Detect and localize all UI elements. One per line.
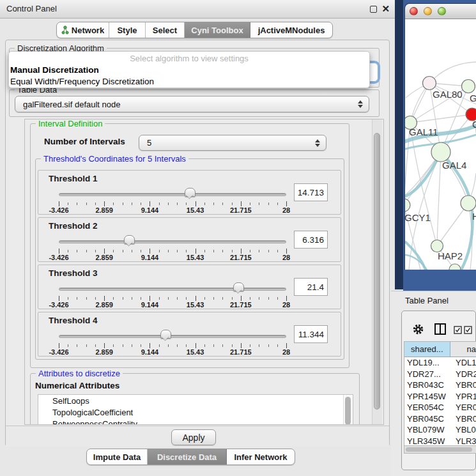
close-traffic-light-icon[interactable]: [410, 7, 418, 15]
table-horizontal-scrollbar[interactable]: [404, 445, 476, 453]
column-header-shared-name[interactable]: shared...: [404, 342, 450, 357]
table-row[interactable]: YBR045CYBR0: [404, 413, 476, 425]
float-window-icon[interactable]: [370, 6, 377, 13]
tick-label: 15.43: [187, 348, 204, 356]
column-header-name[interactable]: na: [450, 342, 476, 357]
threshold-label: Threshold 4: [49, 316, 98, 325]
threshold-slider[interactable]: [59, 282, 286, 296]
threshold-slider[interactable]: [59, 234, 286, 249]
attribute-list-item[interactable]: TopologicalCoefficient: [38, 406, 353, 418]
tab-style[interactable]: Style: [109, 22, 146, 38]
checkbox-icon[interactable]: [464, 326, 472, 334]
threshold-value-field[interactable]: 14.713: [294, 183, 328, 201]
attribute-list-item[interactable]: BetweennessCentrality: [38, 418, 353, 425]
threshold-value-field[interactable]: 6.316: [294, 231, 328, 249]
tick-mark: [196, 201, 196, 206]
slider-track[interactable]: [59, 335, 286, 338]
tick-mark: [268, 250, 269, 252]
scrollbar-thumb[interactable]: [406, 447, 472, 452]
table-row[interactable]: YDL19...YDL1: [404, 357, 476, 369]
table-panel-body: shared... na YDL19...YDL1YDR27...YDR2YBR…: [401, 311, 476, 470]
cell-name: YER0: [452, 403, 476, 412]
attribute-list-item[interactable]: SelfLoops: [38, 395, 353, 406]
tick-mark: [286, 249, 287, 254]
table-data-value: galFiltered.sif default node: [23, 100, 120, 109]
scrollbar-thumb[interactable]: [374, 133, 380, 410]
cell-shared-name: YBR045C: [404, 414, 452, 424]
tick-mark: [268, 203, 269, 205]
number-of-intervals-combobox[interactable]: 5: [139, 135, 326, 151]
threshold-slider[interactable]: [59, 329, 286, 343]
tab-label: Impute Data: [93, 452, 141, 462]
tick-mark: [113, 297, 114, 300]
slider-track[interactable]: [59, 288, 286, 291]
tick-mark: [77, 250, 77, 252]
zoom-traffic-light-icon[interactable]: [438, 7, 446, 15]
table-row[interactable]: YER054CYER0: [404, 402, 476, 413]
checkbox-icon[interactable]: [454, 326, 462, 334]
table-row[interactable]: YDR27...YDR2: [404, 369, 476, 380]
threshold-value-field[interactable]: 21.4: [294, 278, 328, 296]
slider-knob[interactable]: [233, 282, 244, 291]
network-node-label: GA: [470, 93, 476, 104]
tick-mark: [186, 297, 187, 300]
tab-infer-network[interactable]: Infer Network: [227, 449, 295, 464]
tab-cyni-toolbox[interactable]: Cyni Toolbox: [185, 22, 250, 38]
tick-mark: [286, 343, 287, 348]
tab-discretize-data[interactable]: Discretize Data: [148, 449, 227, 464]
table-data-combobox[interactable]: galFiltered.sif default node: [15, 96, 369, 112]
tick-mark: [123, 297, 123, 300]
network-edge[interactable]: [437, 152, 441, 246]
dropdown-option-equal-width[interactable]: Equal Width/Frequency Discretization: [9, 76, 369, 88]
network-canvas[interactable]: GAL80GACGAL11GAL4GCY1HHAP2: [405, 19, 476, 270]
network-node[interactable]: [423, 77, 436, 90]
network-window-titlebar[interactable]: [405, 4, 476, 19]
slider-tick-labels: -3.4262.8599.14415.4321.71528: [59, 301, 286, 309]
slider-track[interactable]: [59, 240, 286, 243]
tick-mark: [104, 249, 105, 254]
network-node[interactable]: [461, 196, 476, 211]
gear-icon[interactable]: [412, 323, 424, 335]
table-row[interactable]: YPR145WYPR1: [404, 391, 476, 403]
network-node[interactable]: [431, 142, 450, 162]
network-node-label: GAL80: [433, 89, 463, 100]
tab-network[interactable]: Network: [57, 22, 109, 38]
tab-impute-data[interactable]: Impute Data: [87, 449, 148, 464]
tab-select[interactable]: Select: [146, 22, 185, 38]
network-edge[interactable]: [410, 123, 437, 246]
tick-mark: [132, 344, 132, 347]
close-icon[interactable]: ✕: [381, 3, 390, 15]
tick-label: 2.859: [95, 301, 113, 309]
threshold-row: Threshold 2-3.4262.8599.14415.4321.71528…: [38, 217, 341, 262]
network-node[interactable]: [462, 80, 475, 93]
network-node[interactable]: [405, 199, 410, 211]
table-row[interactable]: YBL079WYBL0: [404, 424, 476, 436]
settings-scrollbar[interactable]: [372, 119, 382, 424]
tick-label: 21.715: [230, 206, 252, 214]
slider-knob[interactable]: [185, 188, 196, 197]
attributes-scrollbar[interactable]: [343, 395, 353, 425]
table-row[interactable]: YBR043CYBR0: [404, 380, 476, 391]
apply-button[interactable]: Apply: [171, 429, 216, 445]
threshold-row: Threshold 1-3.4262.8599.14415.4321.71528…: [38, 170, 341, 215]
split-columns-icon[interactable]: [434, 323, 447, 335]
slider-track[interactable]: [59, 193, 286, 196]
cell-name: YBL0: [452, 425, 476, 434]
threshold-value-field[interactable]: 11.344: [294, 325, 328, 343]
tick-label: 9.144: [141, 254, 159, 261]
network-edge[interactable]: [410, 114, 472, 123]
threshold-slider[interactable]: [59, 187, 286, 201]
cell-name: YPR1: [452, 392, 476, 401]
minimize-traffic-light-icon[interactable]: [424, 7, 432, 15]
tab-label: Style: [117, 26, 137, 35]
slider-knob[interactable]: [160, 330, 171, 339]
tick-mark: [168, 250, 169, 252]
tick-mark: [196, 249, 196, 254]
panel-divider[interactable]: [395, 0, 403, 289]
tick-mark: [132, 297, 132, 300]
dropdown-option-manual[interactable]: Manual Discretization: [9, 65, 369, 76]
slider-knob[interactable]: [124, 235, 135, 244]
tab-jactivemnodules[interactable]: jActiveMNodules: [250, 22, 332, 38]
tick-mark: [204, 250, 205, 252]
tick-mark: [150, 296, 150, 301]
